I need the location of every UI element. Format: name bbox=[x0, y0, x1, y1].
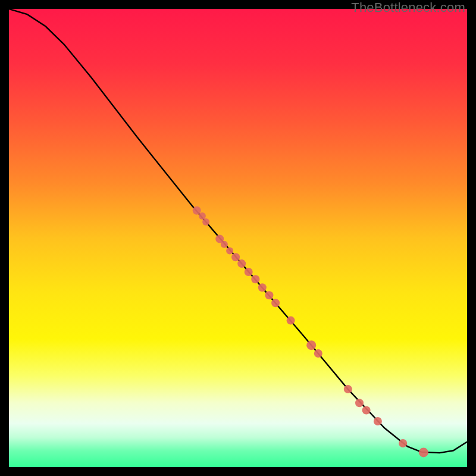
scatter-dot bbox=[251, 275, 259, 283]
scatter-dot bbox=[221, 241, 228, 248]
scatter-dot bbox=[271, 299, 280, 307]
scatter-dot bbox=[287, 317, 295, 325]
scatter-dot bbox=[265, 291, 273, 299]
gradient-background bbox=[9, 9, 467, 467]
scatter-dot bbox=[362, 406, 371, 415]
scatter-dot bbox=[306, 340, 316, 350]
scatter-dot bbox=[199, 212, 206, 220]
scatter-dot bbox=[419, 447, 428, 457]
scatter-dot bbox=[374, 417, 382, 425]
chart-svg bbox=[9, 9, 467, 467]
scatter-dot bbox=[245, 268, 253, 276]
scatter-dot bbox=[399, 439, 407, 447]
scatter-dot bbox=[237, 259, 246, 268]
scatter-dot bbox=[226, 248, 233, 255]
watermark-text: TheBottleneck.com bbox=[351, 0, 465, 15]
scatter-dot bbox=[314, 349, 322, 358]
chart-area bbox=[9, 9, 467, 467]
scatter-dot bbox=[344, 385, 352, 393]
scatter-dot bbox=[355, 399, 364, 407]
scatter-dot bbox=[202, 218, 209, 226]
scatter-dot bbox=[231, 253, 240, 261]
scatter-dot bbox=[258, 283, 267, 292]
scatter-dot bbox=[193, 206, 201, 215]
